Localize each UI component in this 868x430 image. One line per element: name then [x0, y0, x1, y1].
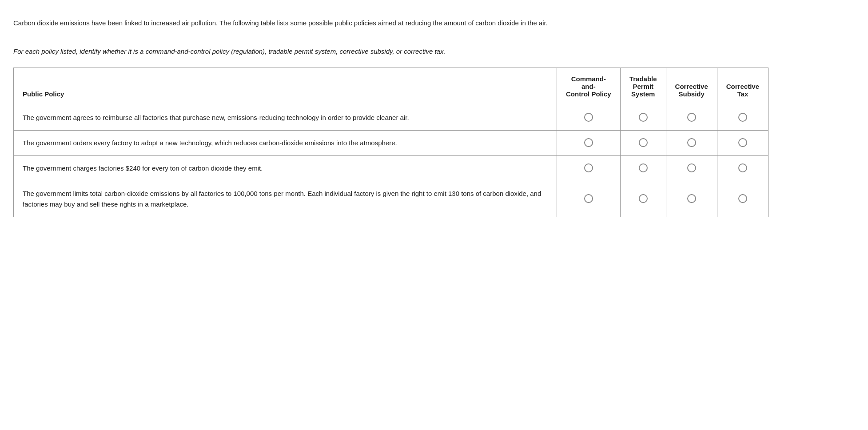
- policy-text-2: The government orders every factory to a…: [14, 131, 557, 156]
- radio-cell-3-2[interactable]: [620, 156, 666, 181]
- radio-cell-1-3[interactable]: [666, 105, 717, 131]
- table-row: The government agrees to reimburse all f…: [14, 105, 768, 131]
- radio-button[interactable]: [687, 194, 696, 203]
- radio-button[interactable]: [584, 163, 593, 172]
- header-policy-col: Public Policy: [14, 68, 557, 105]
- radio-cell-2-3[interactable]: [666, 131, 717, 156]
- header-tradable-permit: Tradable Permit System: [620, 68, 666, 105]
- policy-text-4: The government limits total carbon-dioxi…: [14, 181, 557, 217]
- policy-table: Public Policy Command-and- Control Polic…: [13, 68, 768, 217]
- radio-button[interactable]: [738, 163, 747, 172]
- instruction-paragraph: For each policy listed, identify whether…: [13, 46, 768, 57]
- radio-cell-2-4[interactable]: [717, 131, 768, 156]
- intro-paragraph: Carbon dioxide emissions have been linke…: [13, 18, 635, 28]
- radio-cell-3-1[interactable]: [557, 156, 620, 181]
- radio-cell-1-2[interactable]: [620, 105, 666, 131]
- header-corrective-subsidy: Corrective Subsidy: [666, 68, 717, 105]
- radio-button[interactable]: [584, 113, 593, 122]
- radio-button[interactable]: [738, 113, 747, 122]
- radio-button[interactable]: [639, 113, 648, 122]
- table-row: The government orders every factory to a…: [14, 131, 768, 156]
- radio-cell-3-3[interactable]: [666, 156, 717, 181]
- table-row: The government limits total carbon-dioxi…: [14, 181, 768, 217]
- radio-cell-4-2[interactable]: [620, 181, 666, 217]
- radio-button[interactable]: [687, 138, 696, 147]
- radio-cell-1-1[interactable]: [557, 105, 620, 131]
- radio-button[interactable]: [639, 163, 648, 172]
- radio-button[interactable]: [584, 138, 593, 147]
- header-corrective-tax: Corrective Tax: [717, 68, 768, 105]
- radio-button[interactable]: [738, 194, 747, 203]
- radio-button[interactable]: [584, 194, 593, 203]
- radio-cell-4-4[interactable]: [717, 181, 768, 217]
- radio-cell-2-1[interactable]: [557, 131, 620, 156]
- radio-button[interactable]: [738, 138, 747, 147]
- radio-button[interactable]: [687, 113, 696, 122]
- radio-button[interactable]: [639, 194, 648, 203]
- radio-button[interactable]: [639, 138, 648, 147]
- radio-cell-2-2[interactable]: [620, 131, 666, 156]
- table-row: The government charges factories $240 fo…: [14, 156, 768, 181]
- radio-cell-4-1[interactable]: [557, 181, 620, 217]
- policy-text-1: The government agrees to reimburse all f…: [14, 105, 557, 131]
- radio-cell-3-4[interactable]: [717, 156, 768, 181]
- radio-cell-4-3[interactable]: [666, 181, 717, 217]
- policy-text-3: The government charges factories $240 fo…: [14, 156, 557, 181]
- radio-button[interactable]: [687, 163, 696, 172]
- header-command-control: Command-and- Control Policy: [557, 68, 620, 105]
- radio-cell-1-4[interactable]: [717, 105, 768, 131]
